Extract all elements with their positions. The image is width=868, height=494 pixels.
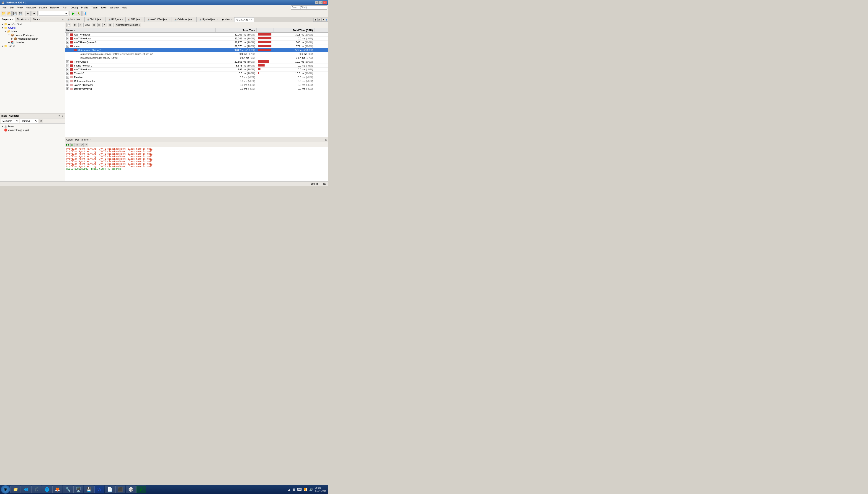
open-project-button[interactable]: 📂: [6, 11, 12, 16]
output-tab-close[interactable]: ×: [90, 138, 92, 141]
expand-libraries[interactable]: ▶: [7, 41, 11, 44]
menu-source[interactable]: Source: [37, 6, 49, 10]
col-total-time[interactable]: Total Time: [215, 28, 256, 33]
editor-tab-profiler[interactable]: ⏱ 18:17:42 * ×: [234, 17, 254, 22]
editor-tab-aesocbtest[interactable]: ☕ AesOcbTest.java ×: [145, 17, 172, 22]
tab-close-main-run[interactable]: ×: [230, 18, 232, 21]
panel-maximize-icon[interactable]: □: [62, 18, 64, 20]
tree-item-default-package[interactable]: ▶ 📦 <default package>: [0, 37, 65, 40]
save-all-button[interactable]: 💾: [18, 11, 23, 16]
expand-icon[interactable]: ⊞: [66, 72, 69, 75]
tab-services-close[interactable]: ×: [27, 18, 29, 20]
expand-icon[interactable]: ⊞: [66, 80, 69, 82]
editor-tab-rc6[interactable]: ☕ RC6.java ×: [106, 17, 125, 22]
table-row[interactable]: ⊞ AWT-Shutdown 992 ms (100%) 0.0 ms (-%%…: [65, 68, 328, 72]
expand-icon[interactable]: ⊞: [66, 76, 69, 79]
expand-crypto[interactable]: ▼: [1, 26, 4, 30]
expand-default-package[interactable]: ▶: [11, 37, 14, 40]
profile-project-button[interactable]: 📊: [82, 11, 87, 16]
editor-tab-rijndael[interactable]: ☕ Rijndael.java ×: [197, 17, 220, 22]
nav-item-main-class[interactable]: ▼ ☕ Main: [1, 125, 64, 128]
table-row[interactable]: ⊞ TimerQueue 22,855 ms (100%) 19.9 ms (1…: [65, 60, 328, 64]
profiler-save-btn[interactable]: 💾: [66, 23, 71, 27]
table-row[interactable]: ⊞ Java2D Disposer 0.0 ms (-%%) 0.0 ms (-…: [65, 83, 328, 87]
table-row[interactable]: org.netbeans.lib.profiler.server.Profile…: [65, 52, 328, 56]
output-wrap-btn[interactable]: ↵: [84, 143, 88, 147]
close-button[interactable]: ✕: [323, 1, 327, 4]
menu-view[interactable]: View: [16, 6, 24, 10]
editor-tab-torlib-java[interactable]: ☕ TorLib.java ×: [85, 17, 106, 22]
expand-aesobctest[interactable]: ▶: [1, 22, 4, 26]
view-collapse-btn[interactable]: ⊟: [108, 23, 112, 27]
run-config-combo[interactable]: [39, 11, 68, 16]
tree-item-main-project[interactable]: ▼ 📂 Main: [0, 30, 65, 33]
tree-item-crypto[interactable]: ▼ 📁 Crypto: [0, 26, 65, 30]
tree-item-aesobctest[interactable]: ▶ 📁 AesOcbTest: [0, 22, 65, 26]
expand-torlib[interactable]: ▶: [1, 44, 4, 48]
menu-window[interactable]: Window: [108, 6, 120, 10]
undo-button[interactable]: ↩: [25, 11, 31, 16]
table-row[interactable]: ⊞ AWT-EventQueue-0 31,976 ms (100%) 503 …: [65, 40, 328, 44]
run-project-button[interactable]: ▶: [71, 11, 76, 16]
panel-info-button[interactable]: ℹ: [325, 18, 328, 22]
expand-icon[interactable]: ⊞: [66, 64, 69, 67]
tab-close-rijndael[interactable]: ×: [217, 18, 218, 21]
aggregation-combo[interactable]: Aggregation: Methods ▾: [115, 23, 141, 27]
tab-close-profiler[interactable]: ×: [251, 18, 252, 21]
tab-scroll-right[interactable]: ▶: [317, 18, 321, 22]
output-stop-btn[interactable]: ■: [75, 143, 79, 147]
tab-scroll-left[interactable]: ◀: [313, 18, 317, 22]
profiler-settings-btn[interactable]: ⚙: [73, 23, 77, 27]
expand-icon[interactable]: ⊞: [66, 68, 69, 71]
tab-close-aesocbtest[interactable]: ×: [169, 18, 170, 21]
view-list-btn[interactable]: ≡: [97, 23, 101, 27]
tab-services[interactable]: Services ×: [15, 17, 31, 22]
table-row[interactable]: ⊞ main 31,078 ms (100%) 577 ms (100%): [65, 44, 328, 48]
nav-item-main-method[interactable]: 🔴 main(String[] args): [1, 128, 64, 132]
project-tree[interactable]: ▶ 📁 AesOcbTest ▼ 📁 Crypto ▼ 📂 Main: [0, 22, 65, 113]
menu-run[interactable]: Run: [61, 6, 69, 10]
search-input[interactable]: [291, 5, 327, 10]
table-row[interactable]: ⊞ Reference Handler 0.0 ms (-%%) 0.0 ms …: [65, 79, 328, 83]
col-cpu-time[interactable]: Total Time (CPU): [273, 28, 314, 33]
navigator-tree[interactable]: ▼ ☕ Main 🔴 main(String[] args): [0, 124, 65, 181]
table-row[interactable]: ⊞ DestroyJavaVM 0.0 ms (-%%) 0.0 ms (-%%…: [65, 87, 328, 91]
members-combo[interactable]: Members: [1, 119, 19, 123]
menu-team[interactable]: Team: [90, 6, 99, 10]
new-project-button[interactable]: 📁: [1, 11, 6, 16]
maximize-button[interactable]: □: [319, 1, 323, 4]
menu-edit[interactable]: Edit: [8, 6, 16, 10]
scope-combo[interactable]: <empty>: [20, 119, 38, 123]
editor-tab-main-java[interactable]: ☕ Main.java ×: [65, 17, 85, 22]
tab-close-main-java[interactable]: ×: [81, 18, 82, 21]
col-name[interactable]: Name ▼: [65, 28, 215, 33]
tab-close-aes[interactable]: ×: [141, 18, 143, 21]
tree-item-source-packages[interactable]: ▼ 📦 Source Packages: [0, 33, 65, 37]
menu-file[interactable]: File: [1, 6, 8, 10]
tab-close-ocbpmac[interactable]: ×: [193, 18, 195, 21]
expand-icon[interactable]: ⊞: [66, 37, 69, 40]
expand-source-packages[interactable]: ▼: [7, 34, 11, 37]
debug-project-button[interactable]: 🐛: [77, 11, 81, 16]
expand-icon[interactable]: ⊞: [66, 83, 69, 86]
tab-close-torlib[interactable]: ×: [102, 18, 104, 21]
expand-icon[interactable]: ⊞: [66, 41, 69, 44]
navigator-maximize-icon[interactable]: □: [62, 115, 63, 117]
minimize-button[interactable]: ─: [315, 1, 318, 4]
menu-refactor[interactable]: Refactor: [49, 6, 61, 10]
editor-tab-main-run[interactable]: ▶ Main ×: [220, 17, 234, 22]
output-run2-btn[interactable]: ▶▷: [70, 143, 75, 147]
expand-icon[interactable]: ⊞: [66, 45, 69, 48]
output-run-btn[interactable]: ▶▶: [66, 143, 70, 147]
save-button[interactable]: 💾: [12, 11, 17, 16]
tab-projects[interactable]: Projects ×: [0, 17, 15, 22]
table-row[interactable]: ⊞ AWT-Shutdown 32,046 ms (100%) 0.0 ms (…: [65, 37, 328, 40]
table-row[interactable]: ⊞ Finalizer 0.0 ms (-%%) 0.0 ms (-%%): [65, 75, 328, 79]
output-settings-btn[interactable]: ⚙: [79, 143, 84, 147]
view-expand-btn[interactable]: ↗: [102, 23, 106, 27]
profiler-diff-btn[interactable]: ≠: [78, 23, 82, 27]
view-tree-btn[interactable]: ⊞: [92, 23, 96, 27]
expand-icon[interactable]: ⊞: [66, 33, 69, 36]
tab-files[interactable]: Files ×: [31, 17, 42, 22]
menu-profile[interactable]: Profile: [79, 6, 90, 10]
